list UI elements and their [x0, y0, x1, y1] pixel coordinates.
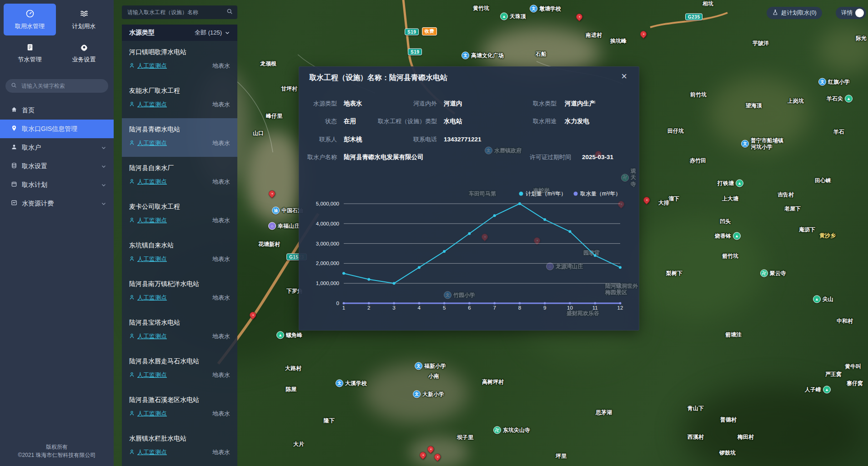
list-item[interactable]: 陆河县青磜水电站人工监测点地表水: [122, 118, 237, 157]
detail-toggle[interactable]: 详情: [836, 7, 866, 19]
map-pin-icon[interactable]: [418, 451, 427, 460]
station-name: 麦卡公司取水工程: [129, 203, 230, 211]
map-label-text: 青山下: [687, 405, 704, 411]
map-label-text: 田心崃: [815, 177, 831, 184]
monitor-type[interactable]: 人工监测点: [137, 294, 167, 302]
map-pin-icon[interactable]: [642, 195, 651, 205]
tile-waves[interactable]: 计划用水: [58, 4, 110, 35]
list-item[interactable]: 陆河县自来水厂人工监测点地表水: [122, 157, 237, 195]
map-label: 上大塘: [722, 195, 738, 202]
intake-search[interactable]: [122, 5, 237, 19]
person-icon: [129, 100, 135, 109]
sidebar-item-3[interactable]: 取水设置: [0, 157, 114, 175]
map-pin-icon[interactable]: [575, 12, 584, 21]
map-label-text: 相坑: [702, 0, 713, 7]
sidebar-item-5[interactable]: 水资源计费: [0, 194, 114, 213]
map-label: ▲螺角峰: [276, 331, 302, 339]
map-label: 箭塘洼: [725, 331, 742, 338]
list-item[interactable]: 河口镇唱歌潭水电站人工监测点地表水: [122, 41, 237, 80]
monitor-type[interactable]: 人工监测点: [137, 139, 167, 147]
chevron-down-icon[interactable]: [101, 182, 106, 188]
road-badge: 收费: [422, 27, 437, 35]
keyword-search-input[interactable]: [20, 82, 103, 90]
map-label: 文大新小学: [413, 391, 444, 398]
intake-list-panel: 水源类型 全部 (125) 河口镇唱歌潭水电站人工监测点地表水友能水厂取水工程人…: [122, 0, 237, 466]
list-item[interactable]: 陆河县水唇走马石水电站人工监测点地表水: [122, 350, 237, 389]
map-label: 田仔坑: [667, 128, 684, 134]
copyright-line1: 版权所有: [0, 443, 114, 451]
school-icon: 文: [415, 362, 422, 370]
map-label: 文红旗小学: [818, 78, 850, 86]
field-label: 取水类型: [299, 98, 557, 110]
map-label-text: 甘坪村: [281, 85, 297, 92]
tile-gear[interactable]: 业务设置: [58, 37, 110, 69]
monitor-type[interactable]: 人工监测点: [137, 62, 167, 70]
plan-vs-intake-chart: 01,000,0002,000,0003,000,0004,000,0005,0…: [299, 180, 640, 317]
road-badge: G235: [685, 14, 702, 20]
person-icon: [129, 332, 135, 341]
chevron-down-icon[interactable]: [101, 164, 106, 169]
map-label-text: 普宁市船埔镇 河坑小学: [751, 137, 783, 150]
list-item[interactable]: 陆河县激石溪老区水电站人工监测点地表水: [122, 389, 237, 427]
map-pin-icon[interactable]: [639, 30, 648, 39]
monitor-type[interactable]: 人工监测点: [137, 332, 167, 341]
map-terrain-patch: [818, 27, 868, 73]
tile-doc[interactable]: 节水管理: [4, 37, 56, 69]
tile-gauge[interactable]: 取用水管理: [4, 4, 56, 35]
map-label: 烧香钵▲: [715, 232, 741, 240]
map-label: 黄沙乡: [819, 232, 836, 239]
sidebar-search[interactable]: [5, 79, 108, 93]
close-icon[interactable]: ×: [621, 71, 627, 81]
toggle-knob-icon[interactable]: [855, 9, 864, 17]
list-item[interactable]: 东坑镇自来水站人工监测点地表水: [122, 234, 237, 273]
map-label: 打铁塘▲: [717, 180, 743, 187]
sidebar-item-1[interactable]: 取水口GIS信息管理: [0, 120, 114, 138]
tile-label: 节水管理: [18, 55, 42, 64]
sidebar: 取用水管理计划用水节水管理业务设置 首页取水口GIS信息管理取水户取水设置取水计…: [0, 0, 114, 466]
list-item[interactable]: 陆河县南万镇杞洋水电站人工监测点地表水: [122, 273, 237, 311]
map-label: 中和村: [837, 318, 853, 324]
tile-label: 取用水管理: [15, 22, 45, 30]
list-item[interactable]: 水唇镇水栏肚水电站人工监测点地表水: [122, 427, 237, 466]
list-item[interactable]: 陆河县宝塔水电站人工监测点地表水: [122, 311, 237, 350]
list-item[interactable]: 友能水厂取水工程人工监测点地表水: [122, 80, 237, 118]
map-label-text: 墩塘学校: [539, 5, 561, 12]
map-label: 前竹坑: [690, 91, 707, 98]
chevron-down-icon[interactable]: [101, 145, 106, 150]
gauge-icon: [25, 9, 35, 20]
map-label-text: 大溪学校: [345, 380, 367, 386]
chevron-down-icon[interactable]: [225, 30, 230, 35]
tile-label: 业务设置: [72, 55, 96, 64]
monitor-type[interactable]: 人工监测点: [137, 255, 167, 263]
map-pin-icon[interactable]: [426, 445, 435, 454]
monitor-type[interactable]: 人工监测点: [137, 216, 167, 225]
map-pin-icon[interactable]: [433, 452, 442, 461]
sidebar-item-2[interactable]: 取水户: [0, 138, 114, 157]
monitor-type[interactable]: 人工监测点: [137, 410, 167, 418]
sidebar-item-0[interactable]: 首页: [0, 101, 114, 120]
sidebar-item-label: 取水户: [22, 144, 41, 152]
map-label: 际光: [856, 35, 867, 41]
filter-value[interactable]: 全部 (125): [195, 29, 222, 37]
monitor-type[interactable]: 人工监测点: [137, 100, 167, 109]
svg-text:9: 9: [543, 305, 546, 311]
monitor-type[interactable]: 人工监测点: [137, 448, 167, 456]
map-label: 文高塘文化广场: [462, 52, 504, 60]
svg-text:10: 10: [567, 305, 573, 311]
chevron-down-icon[interactable]: [101, 201, 106, 206]
map-label: 望海顶: [746, 102, 762, 109]
monitor-type[interactable]: 人工监测点: [137, 178, 167, 186]
map-label-text: 坝子里: [457, 434, 473, 441]
monitor-type[interactable]: 人工监测点: [137, 371, 167, 379]
map-pin-icon[interactable]: [248, 311, 257, 320]
source-type-filter[interactable]: 水源类型 全部 (125): [122, 25, 237, 41]
map-pin-icon[interactable]: [267, 189, 276, 198]
svg-text:2: 2: [367, 305, 370, 311]
over-plan-intake-button[interactable]: 超计划取水(0): [767, 7, 822, 19]
search-icon[interactable]: [226, 8, 233, 16]
intake-search-input[interactable]: [126, 9, 224, 16]
list-item[interactable]: 麦卡公司取水工程人工监测点地表水: [122, 195, 237, 234]
map-label: 文大溪学校: [336, 380, 367, 387]
station-name: 水唇镇水栏肚水电站: [129, 435, 230, 443]
sidebar-item-4[interactable]: 取水计划: [0, 175, 114, 194]
